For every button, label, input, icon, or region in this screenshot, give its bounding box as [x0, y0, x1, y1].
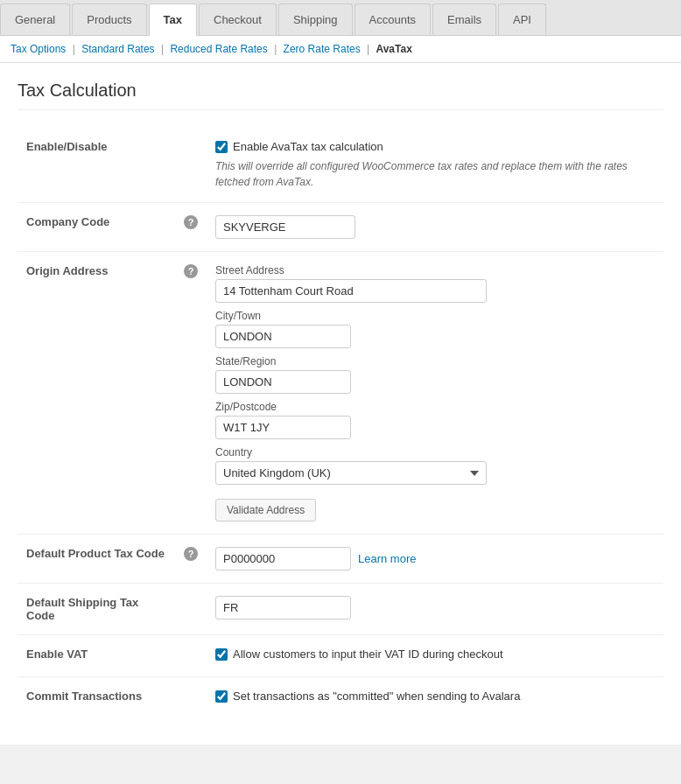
company-code-label: Company Code [26, 215, 109, 228]
commit-transactions-label: Commit Transactions [26, 690, 142, 703]
origin-address-label: Origin Address [26, 264, 108, 277]
tab-general[interactable]: General [0, 4, 70, 35]
company-code-input[interactable] [215, 215, 355, 239]
enable-disable-label: Enable/Disable [26, 140, 107, 153]
enable-avatax-checkbox[interactable] [215, 141, 228, 153]
commit-transactions-checkbox-label: Set transactions as "committed" when sen… [233, 690, 520, 703]
validate-address-button[interactable]: Validate Address [215, 499, 316, 522]
subnav-tax-options[interactable]: Tax Options [11, 43, 66, 55]
enable-vat-checkbox[interactable] [215, 648, 228, 661]
separator-1: | [73, 43, 75, 55]
city-input[interactable] [215, 325, 351, 348]
separator-3: | [274, 43, 277, 55]
tab-api[interactable]: API [498, 4, 546, 35]
tab-emails[interactable]: Emails [432, 4, 496, 35]
origin-address-help-icon[interactable]: ? [184, 264, 198, 278]
product-tax-code-help-icon[interactable]: ? [184, 547, 198, 561]
country-select[interactable]: United Kingdom (UK) United States (US) C… [215, 461, 487, 485]
product-tax-code-row: Learn more [215, 547, 655, 570]
default-product-tax-code-label: Default Product Tax Code [26, 547, 165, 560]
commit-transactions-checkbox-row: Set transactions as "committed" when sen… [215, 690, 655, 703]
commit-transactions-checkbox[interactable] [215, 690, 228, 703]
city-field-group: City/Town [215, 310, 655, 348]
subnav-zero-rate-rates[interactable]: Zero Rate Rates [284, 43, 361, 55]
state-field-group: State/Region [215, 355, 655, 394]
settings-table: Enable/Disable Enable AvaTax tax calcula… [18, 128, 663, 718]
tab-products[interactable]: Products [72, 4, 146, 35]
learn-more-link[interactable]: Learn more [358, 552, 416, 565]
main-content: Tax Calculation Enable/Disable Enable Av… [0, 63, 681, 745]
street-label: Street Address [215, 264, 655, 276]
subnav-reduced-rate-rates[interactable]: Reduced Rate Rates [170, 43, 267, 55]
enable-vat-label: Enable VAT [26, 648, 88, 661]
default-shipping-tax-code-label: Default Shipping Tax Code [26, 596, 138, 622]
origin-address-row: Origin Address ? Street Address City/Tow… [18, 252, 663, 535]
enable-vat-row: Enable VAT Allow customers to input thei… [18, 635, 663, 677]
country-label: Country [215, 446, 655, 458]
company-code-help-icon[interactable]: ? [184, 215, 198, 229]
company-code-row: Company Code ? [18, 203, 663, 252]
product-tax-code-input[interactable] [215, 547, 351, 570]
enable-avatax-checkbox-label: Enable AvaTax tax calculation [233, 140, 383, 153]
tab-bar: General Products Tax Checkout Shipping A… [0, 0, 681, 36]
default-shipping-tax-code-row: Default Shipping Tax Code [18, 584, 663, 635]
shipping-tax-code-input[interactable] [215, 596, 351, 620]
zip-input[interactable] [215, 416, 351, 439]
tab-checkout[interactable]: Checkout [199, 4, 277, 35]
zip-label: Zip/Postcode [215, 401, 655, 413]
separator-4: | [367, 43, 369, 55]
street-field-group: Street Address [215, 264, 655, 303]
enable-disable-row: Enable/Disable Enable AvaTax tax calcula… [18, 128, 663, 203]
page-title: Tax Calculation [18, 80, 663, 110]
enable-vat-checkbox-label: Allow customers to input their VAT ID du… [233, 648, 503, 661]
zip-field-group: Zip/Postcode [215, 401, 655, 439]
state-input[interactable] [215, 370, 351, 394]
commit-transactions-row: Commit Transactions Set transactions as … [18, 677, 663, 719]
state-label: State/Region [215, 355, 655, 368]
sub-nav: Tax Options | Standard Rates | Reduced R… [0, 36, 681, 63]
enable-avatax-description: This will override all configured WooCom… [215, 158, 653, 190]
enable-vat-checkbox-row: Allow customers to input their VAT ID du… [215, 648, 655, 661]
city-label: City/Town [215, 310, 655, 322]
tab-accounts[interactable]: Accounts [355, 4, 431, 35]
tab-tax[interactable]: Tax [149, 4, 197, 36]
subnav-avatax: AvaTax [376, 43, 411, 55]
separator-2: | [161, 43, 164, 55]
country-field-group: Country United Kingdom (UK) United State… [215, 446, 655, 485]
default-product-tax-code-row: Default Product Tax Code ? Learn more [18, 535, 663, 584]
subnav-standard-rates[interactable]: Standard Rates [81, 43, 154, 55]
tab-shipping[interactable]: Shipping [278, 4, 353, 35]
street-input[interactable] [215, 279, 487, 303]
enable-avatax-checkbox-row: Enable AvaTax tax calculation [215, 140, 655, 153]
